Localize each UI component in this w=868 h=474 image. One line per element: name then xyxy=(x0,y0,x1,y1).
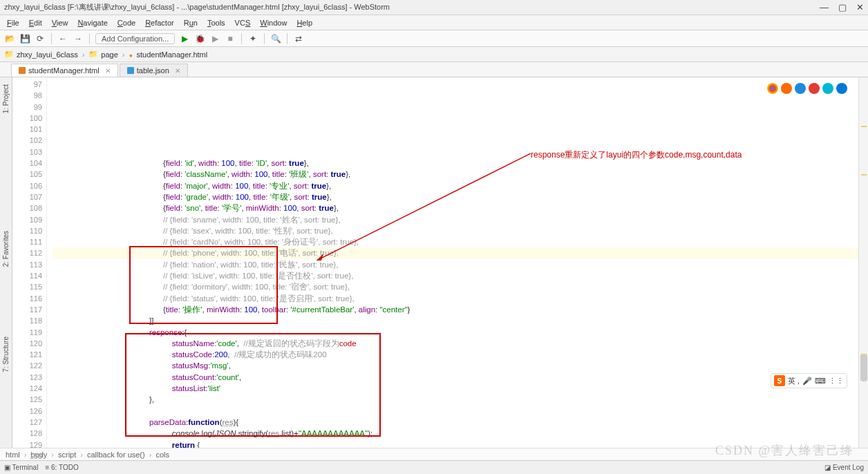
code-line[interactable]: // {field: 'cardNo', width: 100, title: … xyxy=(53,236,868,247)
ai-icon[interactable]: ✦ xyxy=(247,33,258,44)
code-line[interactable]: {field: 'sno', title: '学号', minWidth: 10… xyxy=(53,202,868,214)
code-editor[interactable]: response重新定义了layui的四个参数code,msg,count,da… xyxy=(47,77,868,448)
code-line[interactable]: {field: 'className', width: 100, title: … xyxy=(53,169,868,180)
event-log-tab[interactable]: ◪ Event Log xyxy=(824,464,864,471)
menu-navigate[interactable]: Navigate xyxy=(73,17,111,28)
code-line[interactable]: // {field: 'status', width: 100, title: … xyxy=(53,293,868,304)
back-icon[interactable]: ← xyxy=(57,33,68,44)
edge-icon[interactable] xyxy=(836,83,847,94)
debug-icon[interactable]: 🐞 xyxy=(194,33,205,44)
menu-help[interactable]: Help xyxy=(292,17,317,28)
code-line[interactable]: {field: 'grade', width: 100, title: '年级'… xyxy=(53,191,868,202)
menu-tools[interactable]: Tools xyxy=(203,17,229,28)
chevron-icon: › xyxy=(122,50,125,59)
code-line[interactable]: // {field: 'phone', width: 100, title: '… xyxy=(53,247,868,258)
menu-edit[interactable]: Edit xyxy=(25,17,46,28)
menu-window[interactable]: Window xyxy=(256,17,291,28)
menu-run[interactable]: Run xyxy=(180,17,202,28)
stop-icon[interactable]: ■ xyxy=(225,33,236,44)
ime-logo-icon: S xyxy=(774,375,785,386)
forward-icon[interactable]: → xyxy=(73,33,84,44)
menu-refactor[interactable]: Refactor xyxy=(141,17,178,28)
open-icon[interactable]: 📂 xyxy=(4,33,15,44)
close-tab-icon[interactable]: ✕ xyxy=(105,67,111,75)
ime-menu-icon[interactable]: ⋮⋮ xyxy=(829,377,844,386)
annotation-text: response重新定义了layui的四个参数code,msg,count,da… xyxy=(531,149,742,160)
code-line[interactable]: parseData:function(res){ xyxy=(53,417,868,428)
code-line[interactable]: // {field: 'isLive', width: 100, title: … xyxy=(53,270,868,281)
code-line[interactable]: statusList:'list' xyxy=(53,383,868,394)
left-tool-window-bar: 1: Project 2: Favorites 7: Structure xyxy=(0,77,12,448)
nav-bar: 📁 zhxy_layui_6class › 📁 page › ⬥ student… xyxy=(0,47,868,62)
code-line[interactable]: return { xyxy=(53,439,868,448)
nav-project[interactable]: zhxy_layui_6class xyxy=(17,50,78,59)
ime-lang[interactable]: 英 , xyxy=(788,376,800,386)
title-bar: zhxy_layui_6class [F:\离线讲课\zhxy_layui_6c… xyxy=(0,0,868,15)
run-config-dropdown[interactable]: Add Configuration... xyxy=(95,33,175,44)
code-line[interactable]: response:{ xyxy=(53,327,868,338)
menu-code[interactable]: Code xyxy=(113,17,140,28)
run-icon[interactable]: ▶ xyxy=(179,33,190,44)
separator xyxy=(51,33,52,44)
code-breadcrumb: html› body› script› callback for use()› … xyxy=(0,448,868,460)
code-line[interactable]: // {field: 'dormitory', width: 100, titl… xyxy=(53,281,868,292)
crumb[interactable]: script xyxy=(58,451,76,459)
menu-bar: File Edit View Navigate Code Refactor Ru… xyxy=(0,15,868,30)
code-line[interactable]: console.log(JSON.stringify(res.list)+"AA… xyxy=(53,428,868,439)
json-file-icon xyxy=(127,67,134,74)
safari-icon[interactable] xyxy=(795,83,806,94)
code-line[interactable]: ]], xyxy=(53,315,868,326)
separator xyxy=(264,33,265,44)
terminal-tab[interactable]: ▣ Terminal xyxy=(4,464,38,471)
minimize-button[interactable]: — xyxy=(820,2,829,12)
todo-tab[interactable]: ≡ 6: TODO xyxy=(45,464,78,471)
code-line[interactable] xyxy=(53,406,868,417)
scrollbar-thumb[interactable] xyxy=(860,354,867,381)
settings-icon[interactable]: ⇄ xyxy=(293,33,304,44)
code-line[interactable]: statusMsg:'msg', xyxy=(53,360,868,371)
tab-studentmanager[interactable]: studentManager.html ✕ xyxy=(11,64,118,77)
coverage-icon[interactable]: ▶ xyxy=(209,33,220,44)
crumb[interactable]: cols xyxy=(155,451,169,459)
code-line[interactable]: statusCount:'count', xyxy=(53,372,868,383)
ime-mic-icon[interactable]: 🎤 xyxy=(802,377,812,386)
tool-structure[interactable]: 7: Structure xyxy=(2,336,10,372)
ime-keyboard-icon[interactable]: ⌨ xyxy=(815,377,826,386)
nav-file[interactable]: studentManager.html xyxy=(136,50,207,59)
firefox-icon[interactable] xyxy=(781,83,792,94)
tool-project[interactable]: 1: Project xyxy=(2,84,10,113)
separator xyxy=(89,33,90,44)
search-icon[interactable]: 🔍 xyxy=(270,33,281,44)
crumb[interactable]: callback for use() xyxy=(87,451,145,459)
menu-view[interactable]: View xyxy=(48,17,73,28)
code-line[interactable]: statusName:'code', //规定返回的状态码字段为code xyxy=(53,338,868,349)
scrollbar[interactable] xyxy=(858,77,868,448)
separator xyxy=(287,33,287,44)
code-line[interactable]: // {field: 'sname', width: 100, title: '… xyxy=(53,214,868,225)
nav-folder[interactable]: page xyxy=(101,50,117,59)
close-tab-icon[interactable]: ✕ xyxy=(175,67,180,75)
chrome-icon[interactable] xyxy=(767,83,778,94)
refresh-icon[interactable]: ⟳ xyxy=(35,33,46,44)
code-line[interactable]: // {field: 'nation', width: 100, title: … xyxy=(53,259,868,270)
tool-favorites[interactable]: 2: Favorites xyxy=(2,231,10,267)
menu-file[interactable]: File xyxy=(3,17,23,28)
folder-icon: 📁 xyxy=(88,50,98,59)
code-line[interactable]: statusCode:200, //规定成功的状态码味200 xyxy=(53,349,868,360)
ime-widget[interactable]: S 英 , 🎤 ⌨ ⋮⋮ xyxy=(771,373,847,388)
code-line[interactable]: // {field: 'ssex', width: 100, title: '性… xyxy=(53,225,868,236)
toolbar: 📂 💾 ⟳ ← → Add Configuration... ▶ 🐞 ▶ ■ ✦… xyxy=(0,30,868,47)
code-line[interactable]: }, xyxy=(53,394,868,405)
ie-icon[interactable] xyxy=(822,83,833,94)
save-icon[interactable]: 💾 xyxy=(19,33,30,44)
line-number-gutter: 9798991001011021031041051061071081091101… xyxy=(12,77,47,448)
close-button[interactable]: ✕ xyxy=(856,2,864,12)
menu-vcs[interactable]: VCS xyxy=(231,17,255,28)
code-line[interactable]: {title: '操作', minWidth: 100, toolbar: '#… xyxy=(53,304,868,315)
code-line[interactable]: {field: 'major', width: 100, title: '专业'… xyxy=(53,180,868,191)
opera-icon[interactable] xyxy=(809,83,820,94)
separator xyxy=(241,33,242,44)
maximize-button[interactable]: ▢ xyxy=(838,2,847,12)
tab-tablejson[interactable]: table.json ✕ xyxy=(120,64,188,77)
code-line[interactable]: {field: 'id', width: 100, title: 'ID', s… xyxy=(53,158,868,169)
